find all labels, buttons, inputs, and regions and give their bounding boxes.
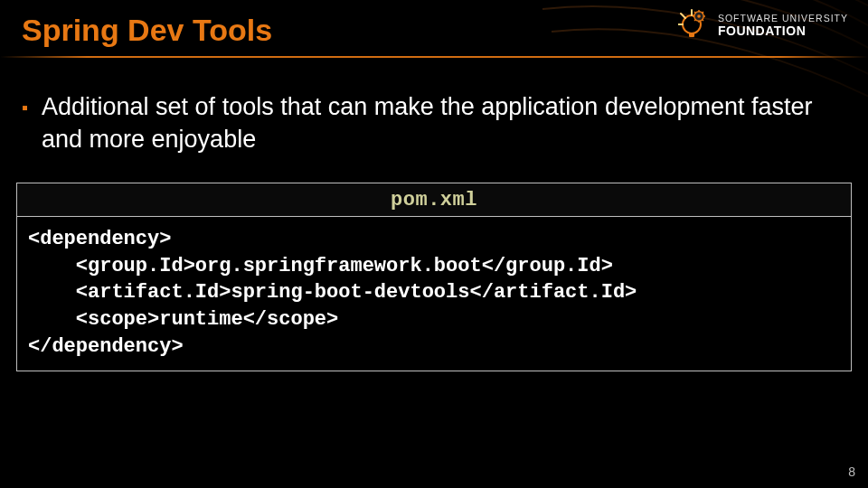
- brand-line-2: FOUNDATION: [718, 24, 848, 38]
- page-number: 8: [848, 465, 855, 479]
- svg-line-8: [702, 20, 703, 22]
- slide-title: Spring Dev Tools: [22, 13, 272, 48]
- code-filename: pom.xml: [16, 183, 852, 217]
- code-body: <dependency> <group.Id>org.springframewo…: [16, 217, 852, 371]
- bullet-item: ▪ Additional set of tools that can make …: [42, 90, 819, 156]
- svg-line-10: [702, 12, 703, 14]
- title-underline: [0, 56, 868, 58]
- brand-line-1: SOFTWARE UNIVERSITY: [718, 14, 848, 23]
- lightbulb-gear-icon: [678, 9, 711, 42]
- bullet-text: Additional set of tools that can make th…: [42, 93, 813, 153]
- svg-rect-1: [689, 33, 694, 37]
- svg-point-11: [697, 14, 701, 18]
- svg-line-9: [694, 20, 696, 22]
- code-panel: pom.xml <dependency> <group.Id>org.sprin…: [16, 183, 852, 371]
- bullet-marker-icon: ▪: [22, 96, 28, 120]
- brand-logo: SOFTWARE UNIVERSITY FOUNDATION: [678, 9, 848, 42]
- brand-text: SOFTWARE UNIVERSITY FOUNDATION: [718, 14, 848, 38]
- svg-line-7: [694, 12, 696, 14]
